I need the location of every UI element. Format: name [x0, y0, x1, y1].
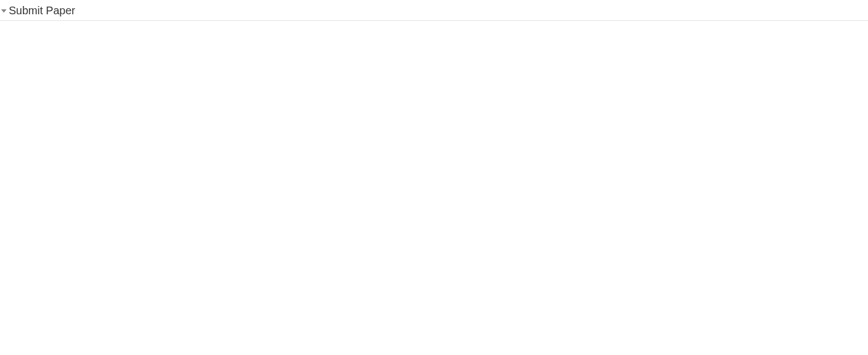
- collapse-caret-icon: [1, 9, 7, 13]
- section-title: Submit Paper: [9, 4, 75, 17]
- section-header[interactable]: Submit Paper: [0, 0, 868, 21]
